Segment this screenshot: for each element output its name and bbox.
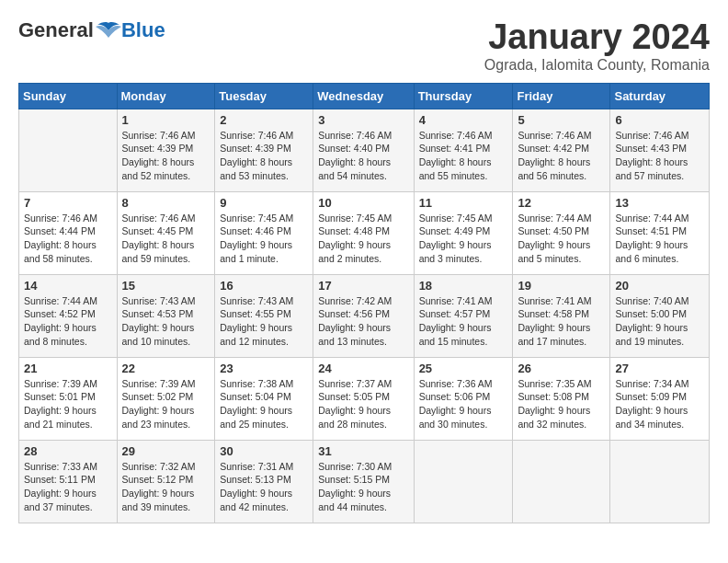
day-info: Sunrise: 7:46 AM Sunset: 4:43 PM Dayligh… [615, 129, 704, 183]
calendar-cell: 29Sunrise: 7:32 AM Sunset: 5:12 PM Dayli… [117, 440, 215, 523]
day-number: 19 [518, 279, 605, 293]
calendar-cell: 20Sunrise: 7:40 AM Sunset: 5:00 PM Dayli… [610, 274, 710, 357]
day-number: 14 [24, 279, 112, 293]
calendar-cell: 31Sunrise: 7:30 AM Sunset: 5:15 PM Dayli… [313, 440, 414, 523]
day-info: Sunrise: 7:46 AM Sunset: 4:42 PM Dayligh… [518, 129, 605, 183]
calendar-cell: 19Sunrise: 7:41 AM Sunset: 4:58 PM Dayli… [513, 274, 610, 357]
calendar-cell: 24Sunrise: 7:37 AM Sunset: 5:05 PM Dayli… [313, 357, 414, 440]
title-block: January 2024 Ograda, Ialomita County, Ro… [484, 18, 710, 74]
calendar-cell: 21Sunrise: 7:39 AM Sunset: 5:01 PM Dayli… [19, 357, 118, 440]
day-info: Sunrise: 7:45 AM Sunset: 4:46 PM Dayligh… [220, 212, 308, 266]
calendar-cell: 3Sunrise: 7:46 AM Sunset: 4:40 PM Daylig… [313, 109, 414, 191]
day-number: 27 [615, 362, 704, 375]
calendar-cell: 6Sunrise: 7:46 AM Sunset: 4:43 PM Daylig… [610, 109, 710, 191]
calendar-cell: 9Sunrise: 7:45 AM Sunset: 4:46 PM Daylig… [215, 191, 313, 274]
weekday-header-thursday: Thursday [414, 83, 513, 109]
day-info: Sunrise: 7:46 AM Sunset: 4:39 PM Dayligh… [122, 129, 210, 183]
calendar-cell: 27Sunrise: 7:34 AM Sunset: 5:09 PM Dayli… [610, 357, 710, 440]
day-info: Sunrise: 7:32 AM Sunset: 5:12 PM Dayligh… [122, 460, 210, 514]
calendar-cell: 30Sunrise: 7:31 AM Sunset: 5:13 PM Dayli… [215, 440, 313, 523]
day-info: Sunrise: 7:41 AM Sunset: 4:58 PM Dayligh… [518, 294, 605, 349]
day-info: Sunrise: 7:41 AM Sunset: 4:57 PM Dayligh… [419, 294, 508, 349]
day-info: Sunrise: 7:46 AM Sunset: 4:40 PM Dayligh… [318, 129, 408, 183]
calendar-cell: 13Sunrise: 7:44 AM Sunset: 4:51 PM Dayli… [610, 191, 710, 274]
day-number: 17 [318, 279, 408, 293]
week-row-5: 28Sunrise: 7:33 AM Sunset: 5:11 PM Dayli… [19, 440, 710, 523]
logo-general: General [18, 18, 94, 42]
day-number: 4 [419, 113, 508, 127]
day-number: 1 [122, 113, 210, 127]
calendar-cell: 22Sunrise: 7:39 AM Sunset: 5:02 PM Dayli… [117, 357, 215, 440]
logo: General Blue [18, 18, 165, 42]
day-number: 8 [122, 196, 210, 210]
day-info: Sunrise: 7:39 AM Sunset: 5:02 PM Dayligh… [122, 377, 210, 431]
week-row-3: 14Sunrise: 7:44 AM Sunset: 4:52 PM Dayli… [19, 274, 710, 357]
calendar-cell: 12Sunrise: 7:44 AM Sunset: 4:50 PM Dayli… [513, 191, 610, 274]
calendar-cell: 8Sunrise: 7:46 AM Sunset: 4:45 PM Daylig… [117, 191, 215, 274]
calendar-subtitle: Ograda, Ialomita County, Romania [484, 57, 710, 74]
calendar-cell: 28Sunrise: 7:33 AM Sunset: 5:11 PM Dayli… [19, 440, 118, 523]
calendar-cell: 26Sunrise: 7:35 AM Sunset: 5:08 PM Dayli… [513, 357, 610, 440]
calendar-cell: 5Sunrise: 7:46 AM Sunset: 4:42 PM Daylig… [513, 109, 610, 191]
day-info: Sunrise: 7:43 AM Sunset: 4:53 PM Dayligh… [122, 294, 210, 349]
day-info: Sunrise: 7:31 AM Sunset: 5:13 PM Dayligh… [220, 460, 308, 514]
day-info: Sunrise: 7:44 AM Sunset: 4:50 PM Dayligh… [518, 212, 605, 266]
week-row-1: 1Sunrise: 7:46 AM Sunset: 4:39 PM Daylig… [19, 109, 710, 191]
calendar-cell: 11Sunrise: 7:45 AM Sunset: 4:49 PM Dayli… [414, 191, 513, 274]
calendar-cell: 15Sunrise: 7:43 AM Sunset: 4:53 PM Dayli… [117, 274, 215, 357]
weekday-header-wednesday: Wednesday [313, 83, 414, 109]
day-info: Sunrise: 7:36 AM Sunset: 5:06 PM Dayligh… [419, 377, 508, 431]
calendar-cell: 25Sunrise: 7:36 AM Sunset: 5:06 PM Dayli… [414, 357, 513, 440]
day-info: Sunrise: 7:34 AM Sunset: 5:09 PM Dayligh… [615, 377, 704, 431]
day-info: Sunrise: 7:46 AM Sunset: 4:39 PM Dayligh… [220, 129, 308, 183]
day-number: 6 [615, 113, 704, 127]
weekday-header-sunday: Sunday [19, 83, 118, 109]
day-number: 16 [220, 279, 308, 293]
calendar-cell [414, 440, 513, 523]
calendar-cell: 1Sunrise: 7:46 AM Sunset: 4:39 PM Daylig… [117, 109, 215, 191]
weekday-header-row: SundayMondayTuesdayWednesdayThursdayFrid… [19, 83, 710, 109]
day-number: 5 [518, 113, 605, 127]
calendar-cell: 17Sunrise: 7:42 AM Sunset: 4:56 PM Dayli… [313, 274, 414, 357]
day-number: 18 [419, 279, 508, 293]
day-number: 31 [318, 444, 408, 458]
day-info: Sunrise: 7:30 AM Sunset: 5:15 PM Dayligh… [318, 460, 408, 514]
calendar-cell: 2Sunrise: 7:46 AM Sunset: 4:39 PM Daylig… [215, 109, 313, 191]
day-info: Sunrise: 7:43 AM Sunset: 4:55 PM Dayligh… [220, 294, 308, 349]
calendar-title: January 2024 [484, 18, 710, 57]
day-info: Sunrise: 7:44 AM Sunset: 4:52 PM Dayligh… [24, 294, 112, 349]
day-info: Sunrise: 7:46 AM Sunset: 4:44 PM Dayligh… [24, 212, 112, 266]
day-number: 3 [318, 113, 408, 127]
day-info: Sunrise: 7:38 AM Sunset: 5:04 PM Dayligh… [220, 377, 308, 431]
logo-blue: Blue [121, 18, 165, 42]
weekday-header-friday: Friday [513, 83, 610, 109]
calendar-cell: 14Sunrise: 7:44 AM Sunset: 4:52 PM Dayli… [19, 274, 118, 357]
calendar-cell: 18Sunrise: 7:41 AM Sunset: 4:57 PM Dayli… [414, 274, 513, 357]
week-row-4: 21Sunrise: 7:39 AM Sunset: 5:01 PM Dayli… [19, 357, 710, 440]
day-number: 15 [122, 279, 210, 293]
day-info: Sunrise: 7:39 AM Sunset: 5:01 PM Dayligh… [24, 377, 112, 431]
day-info: Sunrise: 7:45 AM Sunset: 4:48 PM Dayligh… [318, 212, 408, 266]
page-header: General Blue January 2024 Ograda, Ialomi… [18, 18, 710, 74]
day-info: Sunrise: 7:40 AM Sunset: 5:00 PM Dayligh… [615, 294, 704, 349]
day-number: 7 [24, 196, 112, 210]
day-number: 11 [419, 196, 508, 210]
day-number: 22 [122, 362, 210, 375]
day-info: Sunrise: 7:46 AM Sunset: 4:45 PM Dayligh… [122, 212, 210, 266]
weekday-header-saturday: Saturday [610, 83, 710, 109]
day-info: Sunrise: 7:33 AM Sunset: 5:11 PM Dayligh… [24, 460, 112, 514]
weekday-header-monday: Monday [117, 83, 215, 109]
logo-bird-icon [96, 21, 121, 40]
day-number: 2 [220, 113, 308, 127]
calendar-cell [513, 440, 610, 523]
calendar-cell: 4Sunrise: 7:46 AM Sunset: 4:41 PM Daylig… [414, 109, 513, 191]
calendar-cell [19, 109, 118, 191]
day-info: Sunrise: 7:42 AM Sunset: 4:56 PM Dayligh… [318, 294, 408, 349]
day-number: 24 [318, 362, 408, 375]
day-info: Sunrise: 7:37 AM Sunset: 5:05 PM Dayligh… [318, 377, 408, 431]
week-row-2: 7Sunrise: 7:46 AM Sunset: 4:44 PM Daylig… [19, 191, 710, 274]
day-number: 30 [220, 444, 308, 458]
day-number: 28 [24, 444, 112, 458]
day-number: 21 [24, 362, 112, 375]
calendar-cell: 16Sunrise: 7:43 AM Sunset: 4:55 PM Dayli… [215, 274, 313, 357]
